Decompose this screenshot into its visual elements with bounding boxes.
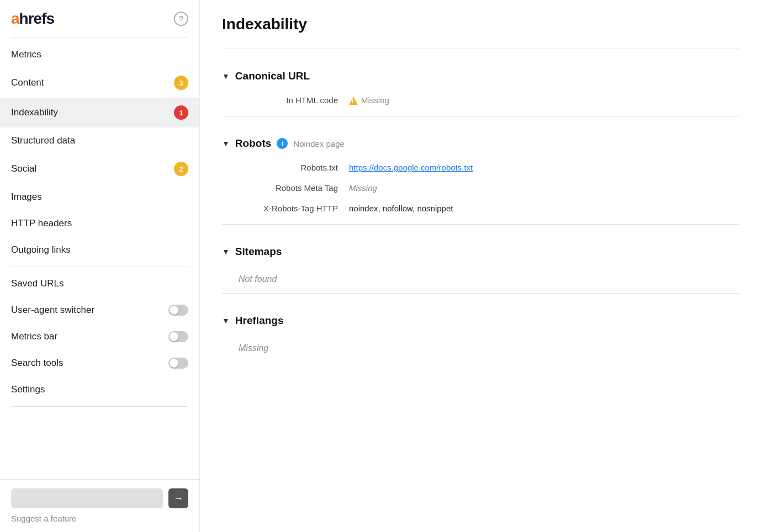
sidebar-item-images[interactable]: Images [0, 184, 199, 210]
chevron-down-icon: ▼ [222, 316, 230, 325]
settings-label: Settings [11, 384, 45, 395]
logo: ahrefs [11, 10, 54, 28]
table-row: Robots Meta Tag Missing [239, 178, 740, 198]
sitemaps-empty: Not found [222, 265, 740, 293]
sidebar-item-social[interactable]: Social 2 [0, 154, 199, 184]
suggest-label: Suggest a feature [11, 512, 188, 523]
user-agent-switcher-label: User-agent switcher [11, 305, 94, 316]
sidebar-header: ahrefs ? [0, 0, 199, 38]
sidebar-item-structured-data[interactable]: Structured data [0, 127, 199, 154]
divider-bottom [11, 406, 188, 407]
search-tools-toggle[interactable] [168, 358, 188, 369]
missing-text: Missing [361, 95, 389, 105]
hreflangs-header[interactable]: ▼ Hreflangs [222, 305, 740, 334]
logo-a: a [11, 10, 19, 28]
sidebar-item-user-agent-switcher[interactable]: User-agent switcher [0, 297, 199, 323]
content-badge: 3 [174, 76, 188, 90]
indexability-badge: 1 [174, 105, 188, 120]
robots-meta-tag-label: Robots Meta Tag [239, 183, 349, 193]
sidebar-item-content[interactable]: Content 3 [0, 68, 199, 98]
sidebar-item-saved-urls[interactable]: Saved URLs [0, 270, 199, 297]
sidebar-item-metrics-label: Metrics [11, 49, 41, 60]
x-robots-tag-value: noindex, nofollow, nosnippet [349, 204, 453, 213]
in-html-code-value: ! Missing [349, 95, 389, 105]
sidebar-item-http-headers-label: HTTP headers [11, 218, 72, 229]
sidebar-item-search-tools[interactable]: Search tools [0, 350, 199, 376]
sidebar-item-metrics-bar[interactable]: Metrics bar [0, 323, 199, 350]
table-row: Robots.txt https://docs.google.com/robot… [239, 157, 740, 178]
canonical-url-header[interactable]: ▼ Canonical URL [222, 60, 740, 90]
robots-subtitle: Noindex page [293, 139, 345, 148]
hreflangs-title: Hreflangs [235, 315, 284, 327]
main-content: Indexability ▼ Canonical URL In HTML cod… [200, 0, 762, 532]
sidebar-item-social-label: Social [11, 163, 36, 174]
sidebar-item-indexability-label: Indexability [11, 107, 58, 118]
x-robots-tag-label: X-Robots-Tag HTTP [239, 204, 349, 213]
sidebar-bottom: → Suggest a feature [0, 479, 199, 532]
metrics-bar-label: Metrics bar [11, 331, 57, 342]
nav-section: Metrics Content 3 Indexability 1 Structu… [0, 38, 199, 267]
sidebar-item-indexability[interactable]: Indexability 1 [0, 98, 199, 127]
sidebar-item-structured-data-label: Structured data [11, 135, 75, 146]
canonical-url-title: Canonical URL [235, 70, 310, 82]
robots-txt-label: Robots.txt [239, 163, 349, 172]
canonical-url-table: In HTML code ! Missing [222, 90, 740, 110]
sidebar-item-http-headers[interactable]: HTTP headers [0, 210, 199, 237]
robots-txt-value[interactable]: https://docs.google.com/robots.txt [349, 163, 473, 172]
robots-section: ▼ Robots i Noindex page Robots.txt https… [222, 127, 740, 225]
chevron-down-icon: ▼ [222, 139, 230, 148]
sitemaps-header[interactable]: ▼ Sitemaps [222, 236, 740, 265]
section-divider-1 [222, 116, 740, 116]
robots-title: Robots [235, 137, 271, 150]
info-icon: i [277, 138, 288, 149]
section-divider-3 [222, 293, 740, 294]
sitemaps-title: Sitemaps [235, 246, 282, 258]
suggest-row: → [11, 488, 188, 508]
table-row: X-Robots-Tag HTTP noindex, nofollow, nos… [239, 198, 740, 219]
sidebar-item-metrics[interactable]: Metrics [0, 41, 199, 68]
sidebar-item-outgoing-links-label: Outgoing links [11, 244, 71, 256]
main-top-divider [222, 49, 740, 49]
sidebar-item-content-label: Content [11, 77, 44, 88]
metrics-bar-toggle[interactable] [168, 331, 188, 342]
hreflangs-section: ▼ Hreflangs Missing [222, 305, 740, 362]
in-html-code-label: In HTML code [239, 95, 349, 105]
suggest-submit-button[interactable]: → [168, 488, 188, 508]
table-row: In HTML code ! Missing [239, 90, 740, 110]
canonical-url-section: ▼ Canonical URL In HTML code ! Missing [222, 60, 740, 116]
warning-triangle-icon: ! [349, 97, 358, 105]
sidebar: ahrefs ? Metrics Content 3 Indexability … [0, 0, 200, 532]
sidebar-item-images-label: Images [11, 191, 42, 203]
saved-urls-label: Saved URLs [11, 278, 64, 289]
suggest-input-field[interactable] [11, 488, 163, 508]
chevron-down-icon: ▼ [222, 72, 230, 81]
robots-table: Robots.txt https://docs.google.com/robot… [222, 157, 740, 219]
robots-header[interactable]: ▼ Robots i Noindex page [222, 127, 740, 157]
suggest-area: → Suggest a feature [11, 488, 188, 523]
page-title: Indexability [222, 15, 740, 33]
section-divider-2 [222, 224, 740, 225]
tools-section: Saved URLs User-agent switcher Metrics b… [0, 267, 199, 406]
chevron-down-icon: ▼ [222, 247, 230, 256]
sitemaps-section: ▼ Sitemaps Not found [222, 236, 740, 294]
user-agent-toggle[interactable] [168, 305, 188, 316]
social-badge: 2 [174, 162, 188, 176]
sidebar-item-settings[interactable]: Settings [0, 376, 199, 403]
logo-text: hrefs [19, 10, 54, 28]
robots-meta-tag-value: Missing [349, 183, 377, 193]
search-tools-label: Search tools [11, 358, 64, 369]
help-icon[interactable]: ? [174, 12, 188, 26]
hreflangs-empty: Missing [222, 334, 740, 362]
sidebar-item-outgoing-links[interactable]: Outgoing links [0, 237, 199, 263]
